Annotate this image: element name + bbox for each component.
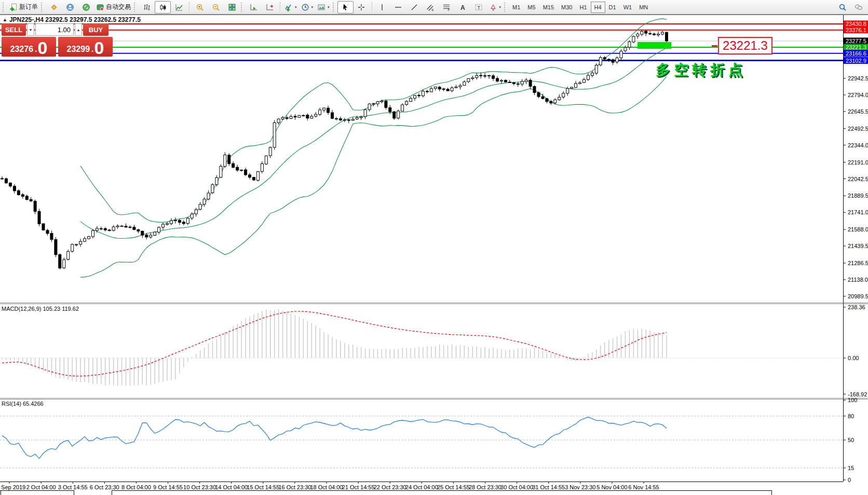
volume-input[interactable]: 1.00 xyxy=(35,23,74,36)
toolbar-drag-handle[interactable] xyxy=(241,3,243,12)
svg-text:F: F xyxy=(448,8,450,11)
timeframe-button-m15[interactable]: M15 xyxy=(539,2,558,13)
buy-button[interactable]: BUY xyxy=(83,23,108,36)
autotrading-button[interactable]: 自动交易 xyxy=(94,1,133,13)
new-order-button[interactable]: 新订单 xyxy=(7,1,40,13)
toolbar-drag-handle[interactable] xyxy=(3,3,5,12)
timeframe-button-mn[interactable]: MN xyxy=(635,2,652,13)
hline-icon xyxy=(394,3,402,11)
horizontal-line-tool-button[interactable] xyxy=(390,1,406,13)
chat-button[interactable] xyxy=(850,1,866,13)
green-rectangle-object[interactable] xyxy=(638,42,671,49)
toolbar-drag-handle[interactable] xyxy=(134,3,137,12)
indicators-button[interactable]: ▾ xyxy=(282,1,299,13)
toolbar-separator xyxy=(372,2,372,12)
toolbar-drag-handle[interactable] xyxy=(41,3,44,12)
indicators-icon xyxy=(284,3,293,11)
price-tags: 23430.823376.123277.523221.323166.623102… xyxy=(844,21,868,64)
profile-icon xyxy=(66,3,74,11)
price-callout-label[interactable]: 23221.3 xyxy=(718,37,772,54)
line-chart-mode-button[interactable] xyxy=(171,1,187,13)
zoom-in-button[interactable] xyxy=(192,1,208,13)
chart-shift-button[interactable] xyxy=(262,1,278,13)
svg-text:23102.9: 23102.9 xyxy=(846,58,866,64)
time-label: 10 Oct 23:30 xyxy=(183,484,216,490)
periods-icon xyxy=(301,3,309,11)
timeframe-button-m5[interactable]: M5 xyxy=(524,2,539,13)
charts-stack-button[interactable] xyxy=(46,1,62,13)
svg-text:T: T xyxy=(478,5,481,10)
fibonacci-tool-button[interactable]: F xyxy=(439,1,455,13)
templates-button[interactable]: ▾ xyxy=(315,1,332,13)
svg-text:A: A xyxy=(460,4,465,11)
channel-tool-button[interactable]: E xyxy=(423,1,439,13)
svg-text:21741.0: 21741.0 xyxy=(848,209,868,215)
sell-button[interactable]: SELL xyxy=(2,23,26,36)
sell-price-main: 23276 xyxy=(10,45,34,53)
candles-chart-icon xyxy=(159,3,167,11)
timeframe-button-h4[interactable]: H4 xyxy=(591,2,605,13)
text-tool-icon: A xyxy=(458,3,467,11)
tile-windows-icon xyxy=(228,3,236,11)
vertical-line-tool-button[interactable] xyxy=(374,1,390,13)
zoom-out-button[interactable] xyxy=(208,1,224,13)
time-label: 15 Oct 14:55 xyxy=(247,484,279,490)
one-click-trade-panel: SELL ▼ 1.00 ▲ BUY 23276.0 23299.0 xyxy=(2,23,113,57)
autotrading-button-label: 自动交易 xyxy=(106,3,131,11)
cursor-tool-button[interactable] xyxy=(337,1,354,13)
buy-price-display[interactable]: 23299.0 xyxy=(58,37,113,57)
svg-text:0: 0 xyxy=(848,477,851,483)
timeframe-button-h1[interactable]: H1 xyxy=(576,2,590,13)
signals-button[interactable] xyxy=(78,1,94,13)
timeframe-button-d1[interactable]: D1 xyxy=(605,2,620,13)
time-label: 24 Oct 04:00 xyxy=(405,484,438,490)
line-chart-icon xyxy=(175,3,183,11)
shapes-tool-button[interactable]: ▾ xyxy=(487,1,504,13)
trendline-tool-button[interactable] xyxy=(406,1,423,13)
cursor-icon xyxy=(341,3,349,11)
time-label: 2 Oct 04:00 xyxy=(26,484,56,490)
candlestick-mode-button[interactable] xyxy=(155,1,171,13)
time-label: 5 Nov 04:00 xyxy=(596,484,627,490)
chart-symbol-title: ▲ JPN225-,H4 23292.5 23297.5 23262.5 232… xyxy=(3,16,141,23)
svg-text:23221.3: 23221.3 xyxy=(846,44,866,50)
time-label: 30 Sep 2019 xyxy=(0,484,25,490)
templates-icon xyxy=(317,3,326,11)
svg-text:23376.1: 23376.1 xyxy=(846,27,866,33)
text-tool-button[interactable]: A xyxy=(455,1,471,13)
volume-decrease-button[interactable]: ▼ xyxy=(27,23,34,36)
search-button[interactable] xyxy=(834,1,850,13)
chinese-annotation-text[interactable]: 多空转折点 xyxy=(656,60,747,80)
volume-increase-button[interactable]: ▲ xyxy=(75,23,82,36)
timeframe-button-m30[interactable]: M30 xyxy=(558,2,576,13)
time-label: 30 Oct 04:00 xyxy=(500,484,533,490)
svg-text:23277.5: 23277.5 xyxy=(846,38,866,44)
chart-canvas[interactable]: 22942.522794.022645.522492.522344.022191… xyxy=(0,15,868,495)
profile-button[interactable] xyxy=(62,1,78,13)
auto-scroll-button[interactable] xyxy=(246,1,262,13)
zoom-in-icon xyxy=(196,3,204,11)
bars-chart-icon xyxy=(143,3,151,11)
crosshair-tool-button[interactable] xyxy=(354,1,370,13)
bar-chart-mode-button[interactable] xyxy=(139,1,155,13)
tile-windows-button[interactable] xyxy=(224,1,240,13)
main-toolbar: 新订单自动交易▾▾▾EFAT▾M1M5M15M30H1H4D1W1MN xyxy=(0,0,868,15)
channel-icon: E xyxy=(426,3,435,11)
buy-price-main: 23299 xyxy=(67,45,90,53)
toolbar-drag-handle[interactable] xyxy=(333,3,335,12)
svg-text:22191.0: 22191.0 xyxy=(848,159,868,166)
periods-button[interactable]: ▾ xyxy=(299,1,316,13)
svg-text:23430.8: 23430.8 xyxy=(846,21,866,27)
toolbar-drag-handle[interactable] xyxy=(504,3,507,12)
sell-price-display[interactable]: 23276.0 xyxy=(2,37,56,57)
timeframe-button-m1[interactable]: M1 xyxy=(509,2,524,13)
chart-window[interactable]: 22942.522794.022645.522492.522344.022191… xyxy=(0,15,868,495)
signal-icon xyxy=(82,3,90,11)
chart-shift-icon xyxy=(266,3,274,11)
label-tool-button[interactable]: T xyxy=(471,1,487,13)
svg-text:22042.5: 22042.5 xyxy=(848,176,868,182)
timeframe-button-w1[interactable]: W1 xyxy=(620,2,636,13)
autotrading-icon xyxy=(96,3,104,11)
time-label: 22 Oct 23:30 xyxy=(374,484,406,490)
svg-text:20989.5: 20989.5 xyxy=(848,293,868,299)
